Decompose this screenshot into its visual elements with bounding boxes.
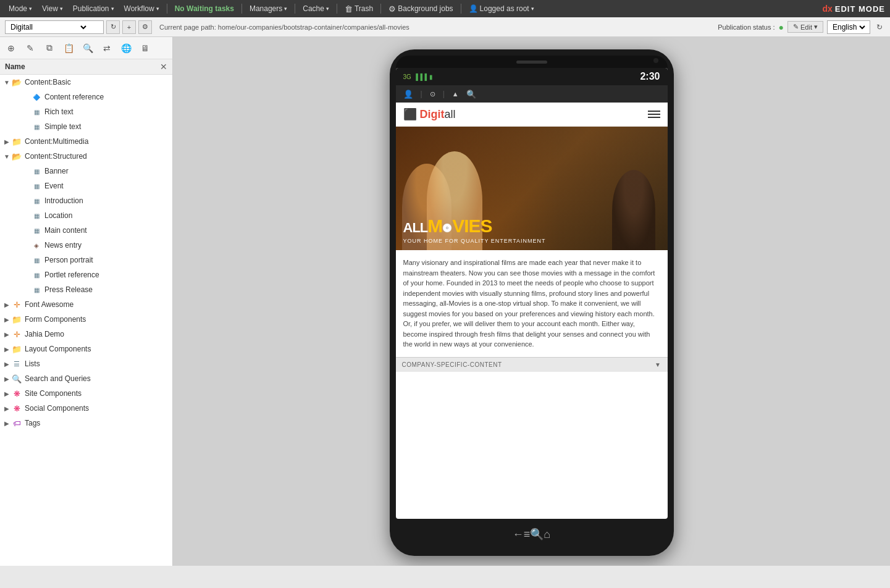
tree-item-portlet-reference[interactable]: ▦ Portlet reference bbox=[0, 267, 172, 282]
tree-item-person-portrait[interactable]: ▦ Person portrait bbox=[0, 253, 172, 267]
site-components-label: Site Components bbox=[25, 389, 82, 398]
expand-content-basic-icon: ▼ bbox=[2, 78, 11, 86]
search-nav-icon[interactable]: 🔍 bbox=[466, 90, 476, 99]
hamburger-menu[interactable] bbox=[648, 111, 660, 118]
menu-mode-label: Mode bbox=[9, 4, 27, 13]
lang-refresh-btn[interactable]: ↻ bbox=[874, 22, 885, 33]
site-dropdown[interactable]: Digitall bbox=[8, 22, 88, 32]
tree-item-layout-components[interactable]: ▶ 📁 Layout Components bbox=[0, 342, 172, 356]
toolbar-btn-6[interactable]: ⇄ bbox=[98, 40, 115, 57]
introduction-label: Introduction bbox=[44, 196, 83, 205]
simple-text-label: Simple text bbox=[44, 122, 81, 131]
tree-item-news-entry[interactable]: ◈ News entry bbox=[0, 238, 172, 253]
divider-5 bbox=[380, 4, 381, 14]
edit-button[interactable]: ✎ Edit ▾ bbox=[787, 21, 823, 33]
menu-cache[interactable]: Cache ▾ bbox=[299, 3, 333, 14]
site-body-text: Many visionary and inspirational films a… bbox=[403, 258, 660, 350]
pencil-icon: ✎ bbox=[793, 23, 799, 31]
phone-search-btn[interactable]: 🔍 bbox=[530, 527, 544, 541]
tree-item-content-multimedia[interactable]: ▶ 📁 Content:Multimedia bbox=[0, 134, 172, 149]
logged-as-root[interactable]: 👤 Logged as root ▾ bbox=[465, 3, 538, 14]
banner-icon: ▦ bbox=[31, 166, 42, 177]
profile-nav-icon[interactable]: 👤 bbox=[403, 90, 413, 99]
toolbar-btn-1[interactable]: ⊕ bbox=[2, 40, 20, 57]
menu-background-jobs[interactable]: ⚙ Background jobs bbox=[385, 3, 456, 15]
tree-item-location[interactable]: ▦ Location bbox=[0, 208, 172, 223]
panel-close-btn[interactable]: ✕ bbox=[160, 62, 167, 72]
site-settings-btn[interactable]: ⚙ bbox=[138, 20, 152, 34]
site-add-btn[interactable]: + bbox=[122, 20, 136, 34]
content-multimedia-label: Content:Multimedia bbox=[25, 137, 88, 146]
expand-location-icon bbox=[22, 211, 31, 220]
right-content: 3G ▐▐▐ ▮ 2:30 👤 | ⊙ | ▲ 🔍 bbox=[173, 37, 890, 566]
expand-person-portrait-icon bbox=[22, 256, 31, 264]
main-content-label: Main content bbox=[44, 226, 87, 235]
phone-back-btn[interactable]: ← bbox=[513, 528, 524, 541]
tree-item-content-structured[interactable]: ▼ 📂 Content:Structured bbox=[0, 149, 172, 164]
edit-chevron-icon: ▾ bbox=[814, 23, 818, 31]
language-dropdown[interactable]: English bbox=[830, 22, 867, 32]
menu-publication[interactable]: Publication ▾ bbox=[69, 3, 118, 14]
phone-menu-btn[interactable]: ≡ bbox=[524, 528, 531, 541]
site-selector[interactable]: Digitall bbox=[5, 20, 104, 34]
signal-bars-icon: ▐▐▐ bbox=[414, 74, 427, 80]
menu-mode[interactable]: Mode ▾ bbox=[5, 3, 36, 14]
toolbar-btn-5[interactable]: 🔍 bbox=[79, 40, 96, 57]
hamburger-line-3 bbox=[648, 117, 660, 118]
content-reference-label: Content reference bbox=[44, 93, 104, 101]
tags-label: Tags bbox=[25, 419, 40, 427]
tree-item-rich-text[interactable]: ▦ Rich text bbox=[0, 104, 172, 119]
tree-item-tags[interactable]: ▶ 🏷 Tags bbox=[0, 416, 172, 430]
content-ref-icon: 🔷 bbox=[31, 91, 42, 103]
main-content-icon: ▦ bbox=[31, 225, 42, 236]
trash-label: Trash bbox=[355, 4, 373, 13]
menu-managers[interactable]: Managers ▾ bbox=[246, 3, 291, 14]
site-refresh-btn[interactable]: ↻ bbox=[106, 20, 120, 34]
phone-home-btn[interactable]: ⌂ bbox=[544, 528, 550, 541]
menu-trash[interactable]: 🗑 Trash bbox=[341, 3, 377, 15]
tree-item-content-basic[interactable]: ▼ 📂 Content:Basic bbox=[0, 75, 172, 90]
no-waiting-tasks[interactable]: No Waiting tasks bbox=[171, 3, 238, 14]
tree-item-social-components[interactable]: ▶ ❋ Social Components bbox=[0, 401, 172, 416]
tree-item-simple-text[interactable]: ▦ Simple text bbox=[0, 119, 172, 134]
toolbar-btn-7[interactable]: 🌐 bbox=[117, 40, 135, 57]
tree-item-press-release[interactable]: ▦ Press Release bbox=[0, 282, 172, 297]
top-menubar: Mode ▾ View ▾ Publication ▾ Workflow ▾ N… bbox=[0, 0, 890, 17]
edit-mode-logo: dx EDIT MODE bbox=[822, 4, 885, 14]
site-components-icon: ❋ bbox=[11, 388, 22, 399]
edit-mode-text: EDIT MODE bbox=[835, 4, 885, 14]
tree-item-search-queries[interactable]: ▶ 🔍 Search and Queries bbox=[0, 371, 172, 386]
tree-item-banner[interactable]: ▦ Banner bbox=[0, 164, 172, 178]
tree-item-lists[interactable]: ▶ ☰ Lists bbox=[0, 356, 172, 371]
tree-item-site-components[interactable]: ▶ ❋ Site Components bbox=[0, 386, 172, 401]
menu-view[interactable]: View ▾ bbox=[38, 3, 67, 14]
tree-item-introduction[interactable]: ▦ Introduction bbox=[0, 193, 172, 208]
company-content-expand-icon[interactable]: ▼ bbox=[655, 361, 661, 368]
tree-item-main-content[interactable]: ▦ Main content bbox=[0, 223, 172, 238]
tree-item-form-components[interactable]: ▶ 📁 Form Components bbox=[0, 312, 172, 327]
toolbar-btn-2[interactable]: ✎ bbox=[22, 40, 39, 57]
toolbar-btn-3[interactable]: ⧉ bbox=[41, 40, 58, 57]
toolbar-btn-4[interactable]: 📋 bbox=[60, 40, 77, 57]
tree-item-content-reference[interactable]: 🔷 Content reference bbox=[0, 90, 172, 104]
up-nav-icon[interactable]: ▲ bbox=[452, 90, 459, 98]
tree-item-event[interactable]: ▦ Event bbox=[0, 178, 172, 193]
tree-item-font-awesome[interactable]: ▶ ✛ Font Awesome bbox=[0, 297, 172, 312]
event-label: Event bbox=[44, 182, 64, 190]
second-bar: Digitall ↻ + ⚙ Current page path: home/o… bbox=[0, 17, 890, 37]
expand-content-ref-icon bbox=[22, 93, 31, 101]
toolbar-btn-8[interactable]: 🖥 bbox=[136, 40, 154, 57]
settings-nav-icon[interactable]: ⊙ bbox=[430, 90, 435, 98]
menu-workflow[interactable]: Workflow ▾ bbox=[120, 3, 163, 14]
expand-jahia-demo-icon: ▶ bbox=[2, 330, 11, 338]
tree-item-jahia-demo[interactable]: ▶ ✛ Jahia Demo bbox=[0, 327, 172, 342]
cache-label: Cache bbox=[303, 4, 324, 13]
expand-tags-icon: ▶ bbox=[2, 419, 11, 427]
divider-6 bbox=[461, 4, 461, 14]
folder-content-basic-icon: 📂 bbox=[11, 77, 22, 88]
language-selector[interactable]: English bbox=[827, 20, 870, 34]
status-bar: 3G ▐▐▐ ▮ 2:30 bbox=[396, 68, 668, 85]
no-waiting-label: No Waiting tasks bbox=[175, 4, 234, 13]
dx-icon: dx bbox=[822, 4, 832, 14]
expand-form-components-icon: ▶ bbox=[2, 315, 11, 324]
